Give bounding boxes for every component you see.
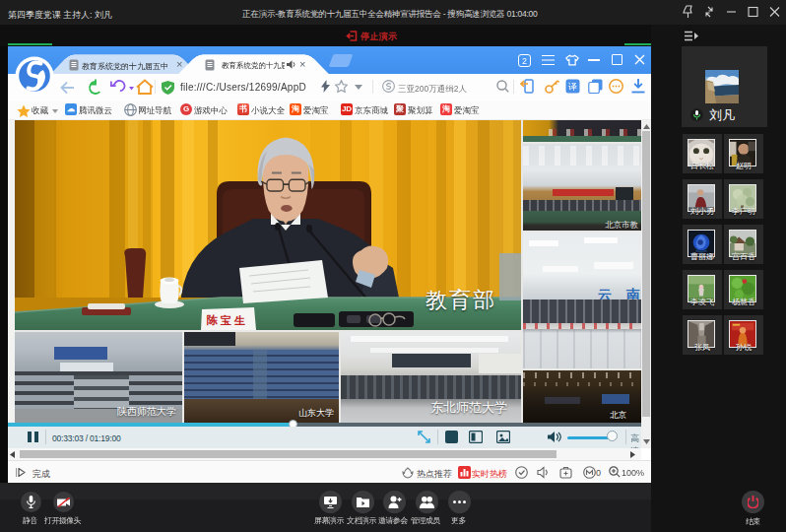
svg-text:陈宝生: 陈宝生 xyxy=(207,314,248,326)
svg-text:译: 译 xyxy=(568,82,577,92)
